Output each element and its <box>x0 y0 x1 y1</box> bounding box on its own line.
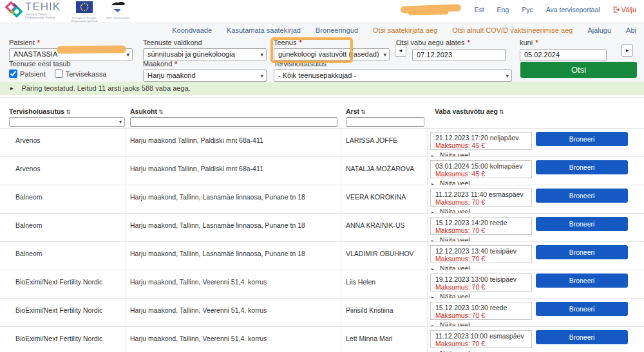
appointment-slot-box: 11.12.2023 11:40 esmaspäev Maksumus: 70 … <box>430 189 532 207</box>
nav-kasutamata-saatekirjad[interactable]: Kasutamata saatekirjad <box>227 26 301 34</box>
broneeri-button[interactable]: Broneeri <box>536 273 628 288</box>
redaction-patient-name <box>57 45 126 53</box>
broneeri-button[interactable]: Broneeri <box>536 330 628 344</box>
date-from-input[interactable] <box>412 49 506 61</box>
col-header-arst[interactable]: Arst <box>346 107 359 115</box>
filter-asukoht-input[interactable] <box>130 117 337 127</box>
broneeri-button[interactable]: Broneeri <box>536 245 628 259</box>
logout-icon <box>613 6 620 13</box>
page: TEHIK Tervise ja Heaolu Infosüsteemide K… <box>0 0 644 352</box>
payer-patient-checkbox-input[interactable] <box>9 69 17 78</box>
nav-abi[interactable]: Abi <box>626 26 636 34</box>
expand-triangle-icon: ▸ <box>431 266 434 270</box>
sort-icon[interactable]: ⇅ <box>361 109 366 115</box>
table-row: Arvenos Harju maakond Tallinn, Paldiski … <box>0 128 644 156</box>
service-label: Teenus* <box>274 39 390 46</box>
table-row: Arvenos Harju maakond Tallinn, Paldiski … <box>0 156 644 185</box>
dropdown-caret-icon: ▾ <box>119 118 122 126</box>
table-row: BioEximi/Next Fertility Nordic Harju maa… <box>0 270 644 298</box>
lang-est-link[interactable]: Est <box>474 6 484 14</box>
show-more-link[interactable]: ▸Näita veel... <box>431 180 475 185</box>
sort-icon[interactable]: ⇅ <box>158 109 164 115</box>
nav-koondvaade[interactable]: Koondvaade <box>172 26 212 34</box>
expand-triangle-icon: ▸ <box>431 210 434 213</box>
show-more-link[interactable]: ▸Näita veel... <box>431 321 475 326</box>
col-header-tervishoiuasutus[interactable]: Tervishoiuasutus <box>9 107 64 115</box>
nav-otsi-covid-aeg[interactable]: Otsi ainult COVID vaktsineerimise aeg <box>452 26 573 34</box>
slot-price: Maksumus: 70 € <box>435 340 531 347</box>
cell-tervishoiuasutus: Arvenos <box>0 157 126 185</box>
sort-icon[interactable]: ⇅ <box>499 109 504 115</box>
service-select[interactable]: günekoloogi vastuvõtt (rasedad) ▾ <box>274 48 390 60</box>
show-more-label: Näita veel... <box>440 321 475 326</box>
dropdown-caret-icon: ▾ <box>506 71 509 82</box>
show-more-link[interactable]: ▸Näita veel... <box>431 264 475 270</box>
payer-tervisekassa-checkbox[interactable]: Tervisekassa <box>55 69 107 78</box>
broneeri-button[interactable]: Broneeri <box>536 189 628 203</box>
dropdown-caret-icon: ▾ <box>260 71 263 82</box>
col-header-vaba-aeg[interactable]: Vaba vastuvõtu aeg <box>435 107 498 115</box>
open-health-portal-link[interactable]: Ava terviseportaal <box>546 6 600 14</box>
show-more-link[interactable]: ▸Näita veel... <box>431 236 475 241</box>
cell-asukoht: Harju maakond, Tallinn, Veerenni 51,4. k… <box>126 299 341 326</box>
cell-asukoht: Harju maakond, Tallinn, Lasnamäe linnaos… <box>126 185 341 213</box>
cell-asukoht: Harju maakond, Tallinn, Lasnamäe linnaos… <box>126 214 341 241</box>
redaction-user-name-2 <box>408 10 448 15</box>
status-message: Päring teostatud. Leitud 11 arsti jaoks … <box>22 82 191 95</box>
date-next-button[interactable]: ▸ <box>621 44 633 57</box>
expand-triangle-icon: ▸ <box>431 323 434 326</box>
slot-price: Maksumus: 70 € <box>435 283 531 291</box>
payer-tervisekassa-checkbox-input[interactable] <box>55 69 63 78</box>
service-area-label: Teenuste valdkond* <box>143 39 267 46</box>
filter-arst-input[interactable] <box>346 117 424 127</box>
lang-rus-link[interactable]: Pyc <box>522 6 533 14</box>
service-area-select[interactable]: sünnitusabi ja günekoloogia ▾ <box>143 48 267 60</box>
expand-triangle-icon: ▸ <box>431 238 434 241</box>
top-links: Est Eng Pyc Ava terviseportaal Välju <box>401 5 636 14</box>
sort-icon[interactable]: ⇅ <box>66 109 71 115</box>
required-marker: * <box>299 39 301 46</box>
payer-tervisekassa-checkbox-label: Tervisekassa <box>66 70 107 78</box>
col-header-asukoht[interactable]: Asukoht <box>130 107 157 115</box>
broneeri-button[interactable]: Broneeri <box>536 302 628 316</box>
show-more-label: Näita veel... <box>440 208 475 213</box>
table-row: Balneom Harju maakond, Tallinn, Lasnamäe… <box>0 241 644 270</box>
nav-broneeringud[interactable]: Broneeringud <box>316 26 358 34</box>
cell-vaba-aeg: 11.12.2023 10:00 esmaspäev Maksumus: 70 … <box>428 327 644 352</box>
payer-patient-checkbox[interactable]: Patsient <box>9 69 46 78</box>
filter-asutus-select[interactable]: ▾ <box>9 117 125 127</box>
lang-eng-link[interactable]: Eng <box>497 6 509 14</box>
show-more-link[interactable]: ▸Näita veel... <box>431 349 475 352</box>
appointment-slot-box: 15.12.2023 14:20 reede Maksumus: 70 € <box>430 217 532 235</box>
slot-price: Maksumus: 45 € <box>435 142 531 149</box>
nav-ajalugu[interactable]: Ajalugu <box>587 26 611 34</box>
search-button[interactable]: Otsi <box>520 62 637 78</box>
cell-arst: Lett Minna Mari <box>341 327 428 352</box>
logout-link[interactable]: Välju <box>613 6 636 14</box>
show-more-link[interactable]: ▸Näita veel... <box>431 208 475 213</box>
broneeri-button[interactable]: Broneeri <box>536 217 628 231</box>
broneeri-button[interactable]: Broneeri <box>536 160 628 174</box>
cell-tervishoiuasutus: BioEximi/Next Fertility Nordic <box>0 299 126 326</box>
col-vaba-aeg: Vaba vastuvõtu aeg⇅ <box>428 107 644 128</box>
slot-datetime: 21.12.2023 17:20 neljapäev <box>435 134 531 142</box>
status-expand-icon[interactable]: ▸ <box>10 82 14 95</box>
show-more-label: Näita veel... <box>440 236 475 241</box>
appointment-slot-box: 11.12.2023 10:00 esmaspäev Maksumus: 70 … <box>430 330 532 348</box>
nav-otsi-saatekirjata-aeg[interactable]: Otsi saatekirjata aeg <box>373 26 437 34</box>
logout-label: Välju <box>621 6 636 14</box>
cell-asukoht: Harju maakond Tallinn, Paldiski mnt 68a-… <box>126 157 341 185</box>
required-marker: * <box>175 60 177 68</box>
show-more-link[interactable]: ▸Näita veel... <box>431 151 475 156</box>
county-select[interactable]: Harju maakond ▾ <box>143 69 267 82</box>
cell-vaba-aeg: 03.01.2024 15:00 kolmapäev Maksumus: 45 … <box>428 157 644 185</box>
date-to-label: kuni* <box>520 39 607 46</box>
show-more-label: Näita veel... <box>440 293 475 298</box>
estonia-bird-icon <box>110 1 126 13</box>
cell-arst: NATALJA MOŽAROVA <box>341 157 428 185</box>
broneeri-button[interactable]: Broneeri <box>536 132 628 146</box>
show-more-link[interactable]: ▸Näita veel... <box>431 293 475 298</box>
provider-select[interactable]: - Kõik teenusepakkujad - ▾ <box>274 69 512 82</box>
date-to-input[interactable] <box>520 49 607 61</box>
cell-tervishoiuasutus: Balneom <box>0 214 126 241</box>
